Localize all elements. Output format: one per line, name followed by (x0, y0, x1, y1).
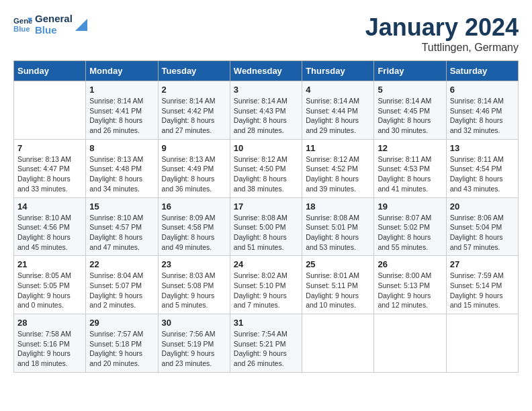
day-cell: 12Sunrise: 8:11 AM Sunset: 4:53 PM Dayli… (374, 139, 446, 197)
day-cell: 15Sunrise: 8:10 AM Sunset: 4:57 PM Dayli… (86, 197, 158, 256)
day-info: Sunrise: 8:05 AM Sunset: 5:05 PM Dayligh… (17, 271, 82, 310)
day-cell: 7Sunrise: 8:13 AM Sunset: 4:47 PM Daylig… (14, 139, 86, 197)
day-info: Sunrise: 8:08 AM Sunset: 5:01 PM Dayligh… (306, 213, 370, 253)
day-cell: 31Sunrise: 7:54 AM Sunset: 5:21 PM Dayli… (230, 314, 302, 373)
day-info: Sunrise: 8:13 AM Sunset: 4:49 PM Dayligh… (162, 154, 226, 194)
day-number: 19 (378, 201, 442, 212)
day-number: 15 (89, 201, 154, 212)
day-info: Sunrise: 8:10 AM Sunset: 4:56 PM Dayligh… (17, 213, 82, 253)
day-info: Sunrise: 8:10 AM Sunset: 4:57 PM Dayligh… (89, 213, 154, 253)
day-info: Sunrise: 8:09 AM Sunset: 4:58 PM Dayligh… (162, 213, 226, 253)
day-info: Sunrise: 8:02 AM Sunset: 5:10 PM Dayligh… (234, 271, 298, 310)
day-cell: 23Sunrise: 8:03 AM Sunset: 5:08 PM Dayli… (158, 256, 230, 314)
day-cell: 25Sunrise: 8:01 AM Sunset: 5:11 PM Dayli… (302, 256, 374, 314)
day-number: 31 (234, 318, 298, 328)
day-info: Sunrise: 7:54 AM Sunset: 5:21 PM Dayligh… (234, 329, 298, 369)
day-cell (446, 314, 518, 373)
day-number: 6 (450, 85, 515, 95)
day-number: 13 (450, 143, 515, 153)
day-info: Sunrise: 8:12 AM Sunset: 4:52 PM Dayligh… (306, 154, 370, 194)
day-cell: 11Sunrise: 8:12 AM Sunset: 4:52 PM Dayli… (302, 139, 374, 197)
day-info: Sunrise: 7:58 AM Sunset: 5:16 PM Dayligh… (17, 329, 82, 369)
day-cell: 9Sunrise: 8:13 AM Sunset: 4:49 PM Daylig… (158, 139, 230, 197)
day-number: 23 (162, 259, 226, 269)
day-number: 9 (162, 143, 226, 153)
day-number: 14 (17, 201, 82, 212)
title-block: January 2024 Tuttlingen, Germany (365, 13, 519, 54)
day-number: 26 (378, 259, 442, 269)
day-cell (302, 314, 374, 373)
day-number: 20 (450, 201, 515, 212)
day-info: Sunrise: 8:06 AM Sunset: 5:04 PM Dayligh… (450, 213, 515, 253)
day-info: Sunrise: 7:59 AM Sunset: 5:14 PM Dayligh… (450, 271, 515, 310)
day-cell: 17Sunrise: 8:08 AM Sunset: 5:00 PM Dayli… (230, 197, 302, 256)
day-number: 2 (162, 85, 226, 95)
day-cell (374, 314, 446, 373)
day-info: Sunrise: 7:56 AM Sunset: 5:19 PM Dayligh… (162, 329, 226, 369)
week-row-1: 1Sunrise: 8:14 AM Sunset: 4:41 PM Daylig… (14, 81, 519, 140)
day-cell: 8Sunrise: 8:13 AM Sunset: 4:48 PM Daylig… (86, 139, 158, 197)
day-number: 8 (89, 143, 154, 153)
day-cell: 16Sunrise: 8:09 AM Sunset: 4:58 PM Dayli… (158, 197, 230, 256)
header-monday: Monday (86, 61, 158, 81)
day-cell: 20Sunrise: 8:06 AM Sunset: 5:04 PM Dayli… (446, 197, 518, 256)
day-info: Sunrise: 8:04 AM Sunset: 5:07 PM Dayligh… (89, 271, 154, 310)
day-info: Sunrise: 8:14 AM Sunset: 4:45 PM Dayligh… (378, 96, 442, 136)
location-subtitle: Tuttlingen, Germany (365, 42, 519, 54)
day-number: 11 (306, 143, 370, 153)
day-info: Sunrise: 8:07 AM Sunset: 5:02 PM Dayligh… (378, 213, 442, 253)
day-cell: 10Sunrise: 8:12 AM Sunset: 4:50 PM Dayli… (230, 139, 302, 197)
week-row-4: 21Sunrise: 8:05 AM Sunset: 5:05 PM Dayli… (14, 256, 519, 314)
header-friday: Friday (374, 61, 446, 81)
header-thursday: Thursday (302, 61, 374, 81)
day-cell: 4Sunrise: 8:14 AM Sunset: 4:44 PM Daylig… (302, 81, 374, 140)
day-info: Sunrise: 7:57 AM Sunset: 5:18 PM Dayligh… (89, 329, 154, 369)
logo-triangle-icon (75, 19, 87, 31)
day-info: Sunrise: 8:13 AM Sunset: 4:48 PM Dayligh… (89, 154, 154, 194)
calendar-table: SundayMondayTuesdayWednesdayThursdayFrid… (13, 60, 519, 373)
day-number: 24 (234, 259, 298, 269)
day-cell: 19Sunrise: 8:07 AM Sunset: 5:02 PM Dayli… (374, 197, 446, 256)
svg-marker-3 (75, 19, 87, 31)
day-info: Sunrise: 8:14 AM Sunset: 4:43 PM Dayligh… (234, 96, 298, 136)
day-number: 10 (234, 143, 298, 153)
day-info: Sunrise: 8:14 AM Sunset: 4:44 PM Dayligh… (306, 96, 370, 136)
day-cell: 27Sunrise: 7:59 AM Sunset: 5:14 PM Dayli… (446, 256, 518, 314)
day-info: Sunrise: 8:14 AM Sunset: 4:46 PM Dayligh… (450, 96, 515, 136)
header-saturday: Saturday (446, 61, 518, 81)
week-row-3: 14Sunrise: 8:10 AM Sunset: 4:56 PM Dayli… (14, 197, 519, 256)
day-cell: 14Sunrise: 8:10 AM Sunset: 4:56 PM Dayli… (14, 197, 86, 256)
page-header: General Blue General Blue January 2024 T… (13, 13, 519, 54)
header-tuesday: Tuesday (158, 61, 230, 81)
day-number: 22 (89, 259, 154, 269)
day-number: 30 (162, 318, 226, 328)
logo-line2: Blue (35, 25, 73, 36)
header-wednesday: Wednesday (230, 61, 302, 81)
day-cell: 22Sunrise: 8:04 AM Sunset: 5:07 PM Dayli… (86, 256, 158, 314)
logo-icon: General Blue (13, 15, 32, 34)
day-cell: 21Sunrise: 8:05 AM Sunset: 5:05 PM Dayli… (14, 256, 86, 314)
day-number: 29 (89, 318, 154, 328)
day-cell: 1Sunrise: 8:14 AM Sunset: 4:41 PM Daylig… (86, 81, 158, 140)
day-info: Sunrise: 8:14 AM Sunset: 4:41 PM Dayligh… (89, 96, 154, 136)
day-cell: 2Sunrise: 8:14 AM Sunset: 4:42 PM Daylig… (158, 81, 230, 140)
day-info: Sunrise: 8:03 AM Sunset: 5:08 PM Dayligh… (162, 271, 226, 310)
logo-line1: General (35, 13, 73, 25)
day-info: Sunrise: 8:13 AM Sunset: 4:47 PM Dayligh… (17, 154, 82, 194)
day-info: Sunrise: 8:00 AM Sunset: 5:13 PM Dayligh… (378, 271, 442, 310)
day-number: 16 (162, 201, 226, 212)
day-number: 4 (306, 85, 370, 95)
day-cell: 5Sunrise: 8:14 AM Sunset: 4:45 PM Daylig… (374, 81, 446, 140)
day-number: 28 (17, 318, 82, 328)
day-number: 18 (306, 201, 370, 212)
day-number: 12 (378, 143, 442, 153)
day-number: 1 (89, 85, 154, 95)
day-cell: 29Sunrise: 7:57 AM Sunset: 5:18 PM Dayli… (86, 314, 158, 373)
day-number: 17 (234, 201, 298, 212)
week-row-5: 28Sunrise: 7:58 AM Sunset: 5:16 PM Dayli… (14, 314, 519, 373)
day-number: 21 (17, 259, 82, 269)
day-info: Sunrise: 8:08 AM Sunset: 5:00 PM Dayligh… (234, 213, 298, 253)
day-number: 27 (450, 259, 515, 269)
day-cell: 3Sunrise: 8:14 AM Sunset: 4:43 PM Daylig… (230, 81, 302, 140)
day-cell: 18Sunrise: 8:08 AM Sunset: 5:01 PM Dayli… (302, 197, 374, 256)
